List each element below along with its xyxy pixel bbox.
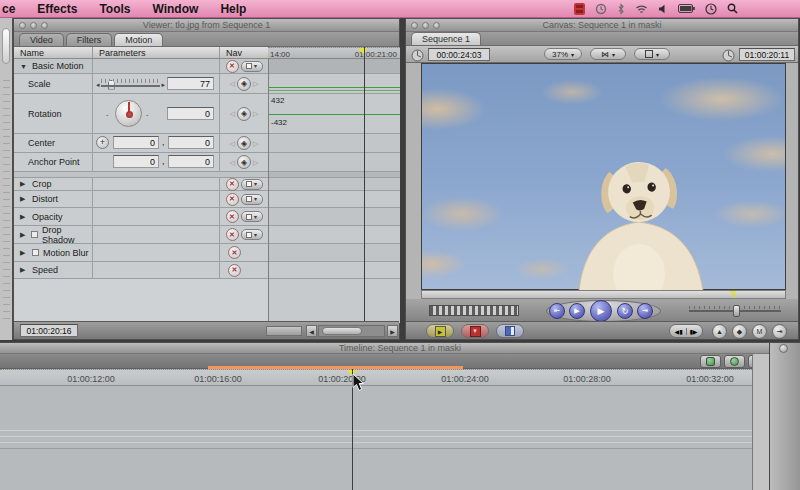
next-keyframe-arrow[interactable]: ▷ [253, 80, 258, 87]
scale-keyframe-line[interactable] [269, 87, 400, 88]
app-film-icon[interactable] [574, 3, 585, 15]
slider-right-arrow[interactable]: ▸ [161, 81, 165, 88]
wifi-icon[interactable] [635, 4, 648, 14]
view-options-dropdown[interactable]: ▾ [634, 48, 670, 60]
next-edit-button[interactable]: ⇥ [637, 303, 653, 319]
scale-value-field[interactable]: 77 [167, 77, 214, 90]
edit-next-icon[interactable]: ▮▶ [687, 328, 698, 335]
add-keyframe-button[interactable]: ◈ [237, 77, 251, 91]
add-marker-button[interactable]: ▲ [712, 324, 727, 339]
timeline-tracks[interactable]: kluczowanie_1 kluczowanie_1 tlo.jpg tlo.… [0, 386, 752, 490]
opacity-disclosure[interactable]: ▶Opacity [14, 208, 93, 225]
canvas-video-frame[interactable] [421, 63, 786, 290]
background-window-scrollbar[interactable] [0, 18, 13, 340]
menu-item-window[interactable]: Window [141, 0, 209, 18]
play-button[interactable]: ▶ [590, 300, 612, 322]
drop-shadow-disclosure[interactable]: ▶Drop Shadow [14, 226, 93, 243]
reset-button[interactable]: ✕ [228, 246, 241, 259]
rotation-keyframe-line[interactable] [269, 114, 400, 115]
zoom-button[interactable] [41, 22, 48, 29]
keyframe-menu-button[interactable]: ▾ [241, 229, 263, 240]
reset-button[interactable]: ✕ [226, 210, 239, 223]
scale-slider-track[interactable] [101, 79, 161, 90]
viewer-scroll-left-button[interactable]: ◀ [306, 325, 317, 337]
add-keyframe-button[interactable]: ◈ [237, 107, 251, 121]
enable-checkbox[interactable] [246, 181, 252, 187]
tab-sequence-1[interactable]: Sequence 1 [411, 32, 481, 45]
keyframe-ruler[interactable]: 14:00 01:00:21:00 [268, 47, 400, 59]
clip-overlay-button[interactable] [496, 324, 524, 338]
shuttle-control[interactable] [689, 306, 781, 316]
edit-prev-next-buttons[interactable]: ◀▮▮▶ [669, 324, 703, 338]
bluetooth-icon[interactable] [617, 3, 625, 15]
add-keyframe-button[interactable]: ◆ [732, 324, 747, 339]
prev-edit-button[interactable]: ⇤ [549, 303, 565, 319]
keyframe-menu-button[interactable]: ▾ [241, 61, 263, 72]
slider-left-arrow[interactable]: ◂ [96, 81, 100, 88]
canvas-titlebar[interactable]: Canvas: Sequence 1 in maski [406, 19, 798, 32]
jog-control[interactable] [429, 305, 519, 316]
zoom-button[interactable] [433, 22, 440, 29]
marker-button[interactable]: ▼ [461, 324, 489, 338]
volume-icon[interactable] [658, 4, 668, 14]
anchor-y-field[interactable]: 0 [168, 155, 214, 168]
scale-slider-thumb[interactable] [108, 80, 115, 90]
prev-keyframe-arrow[interactable]: ◁ [230, 140, 235, 147]
view-mode-dropdown[interactable]: ⋈▾ [590, 48, 626, 60]
minimize-button[interactable] [30, 22, 37, 29]
show-edit-button[interactable]: ⇥ [772, 324, 787, 339]
center-x-field[interactable]: 0 [113, 136, 159, 149]
reset-button[interactable]: ✕ [226, 60, 239, 73]
linked-selection-button[interactable] [724, 355, 745, 368]
viewer-titlebar[interactable]: Viewer: tlo.jpg from Sequence 1 [14, 19, 399, 32]
clip-keyframes-button[interactable] [700, 355, 721, 368]
basic-motion-disclosure[interactable]: ▼ Basic Motion [14, 59, 93, 73]
enable-checkbox[interactable] [246, 214, 252, 220]
canvas-scrub-bar[interactable] [421, 290, 786, 299]
next-keyframe-arrow[interactable]: ▷ [253, 159, 258, 166]
menu-item-help[interactable]: Help [209, 0, 257, 18]
keyframe-graph-area[interactable]: 432 -432 [268, 59, 400, 323]
motion-blur-checkbox[interactable] [32, 249, 39, 256]
add-keyframe-button[interactable]: ◈ [237, 155, 251, 169]
crop-disclosure[interactable]: ▶Crop [14, 178, 93, 190]
prev-keyframe-arrow[interactable]: ◁ [230, 80, 235, 87]
viewer-playhead-marker[interactable] [358, 48, 368, 54]
menu-item-sequence-partial[interactable]: ce [0, 0, 26, 18]
speed-disclosure[interactable]: ▶Speed [14, 262, 93, 278]
center-y-field[interactable]: 0 [168, 136, 214, 149]
enable-checkbox[interactable] [246, 232, 252, 238]
rotation-dial[interactable] [115, 100, 142, 127]
next-keyframe-arrow[interactable]: ▷ [253, 140, 258, 147]
battery-icon[interactable] [678, 4, 695, 13]
prev-keyframe-arrow[interactable]: ◁ [230, 110, 235, 117]
next-keyframe-arrow[interactable]: ▷ [253, 110, 258, 117]
drop-shadow-checkbox[interactable] [31, 231, 38, 238]
enable-checkbox[interactable] [246, 63, 252, 69]
viewer-playhead-line[interactable] [364, 47, 365, 323]
spotlight-icon[interactable] [727, 3, 738, 14]
play-in-to-out-button[interactable]: ▶ [569, 303, 585, 319]
play-around-button[interactable]: ↻ [617, 303, 633, 319]
menu-item-tools[interactable]: Tools [88, 0, 141, 18]
reset-button[interactable]: ✕ [226, 178, 239, 191]
viewer-scroll-right-button[interactable]: ▶ [387, 325, 398, 337]
viewer-h-scrollbar[interactable] [318, 325, 385, 337]
background-scrollbar-thumb[interactable] [2, 28, 10, 64]
tab-video[interactable]: Video [19, 33, 64, 46]
close-button[interactable] [411, 22, 418, 29]
current-timecode-field[interactable]: 01:00:20:11 [739, 48, 795, 61]
keyframe-menu-button[interactable]: ▾ [241, 179, 263, 190]
palette-close-button[interactable] [779, 344, 788, 353]
clock-icon[interactable] [705, 3, 717, 15]
scale-slider[interactable]: ◂ ▸ [96, 77, 165, 91]
tab-filters[interactable]: Filters [66, 33, 113, 46]
keyframe-menu-button[interactable]: ▾ [241, 211, 263, 222]
edit-prev-icon[interactable]: ◀▮ [675, 328, 687, 335]
reset-button[interactable]: ✕ [228, 264, 241, 277]
tab-motion[interactable]: Motion [114, 33, 163, 46]
enable-checkbox[interactable] [246, 196, 252, 202]
close-button[interactable] [19, 22, 26, 29]
viewer-zoom-slider[interactable] [266, 326, 302, 336]
minimize-button[interactable] [422, 22, 429, 29]
